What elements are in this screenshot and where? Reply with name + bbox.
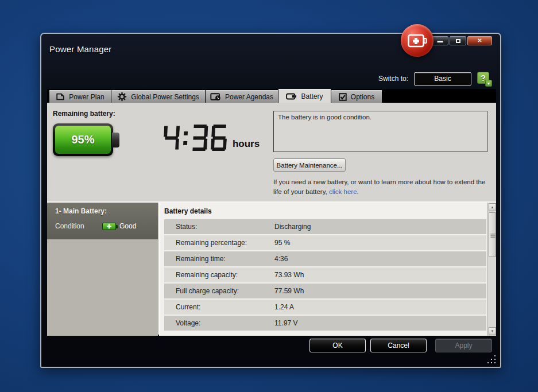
detail-label: Remaining time: [164,255,274,263]
table-row: Status: Discharging [164,219,486,234]
battery-percentage: 95% [71,133,94,146]
battery-tab-content: Remaining battery: 95% hours The battery… [47,103,496,335]
switch-row: Switch to: Basic ? ▼ [378,72,491,86]
battery-gauge-fill: 95% [55,126,111,154]
detail-label: Remaining percentage: [164,239,274,247]
switch-to-basic-button[interactable]: Basic [414,72,471,86]
table-row: Current: 1.24 A [164,300,486,315]
battery-condition-icon: ✚ [102,223,116,230]
help-menu-button[interactable]: ? ▼ [477,72,491,86]
power-manager-window: Power Manager ▬ ✕ Switch to: Basic ? ▼ [40,33,501,368]
gear-icon [117,92,127,102]
battery-details-panel: Battery details Status: Discharging Rema… [159,203,496,336]
battery-details-title: Battery details [160,203,496,219]
detail-label: Status: [164,223,274,231]
click-here-link[interactable]: click here [329,188,357,195]
main-battery-title: 1- Main Battery: [55,207,151,215]
detail-label: Voltage: [164,319,274,327]
battery-details-table: Status: Discharging Remaining percentage… [160,219,496,331]
time-unit-label: hours [233,138,260,151]
detail-value: 77.59 Wh [274,287,304,295]
remaining-time-display: hours [164,125,260,151]
detail-value: 95 % [274,239,290,247]
tab-label: Battery [301,92,323,100]
battery-info-text: If you need a new battery, or want to le… [273,177,494,196]
tab-options[interactable]: Options [331,90,382,103]
table-row: Remaining capacity: 73.93 Wh [164,267,486,282]
window-title: Power Manager [49,44,112,54]
agenda-clock-icon [210,92,221,101]
info-text-after: . [357,188,359,195]
detail-value: 11.97 V [274,319,297,327]
tab-bar: Power Plan Global Power Settings [47,89,496,103]
detail-label: Current: [164,303,274,311]
detail-label: Full charge capacity: [164,287,274,295]
condition-label: Condition [55,222,96,230]
detail-value: 4:36 [274,255,288,263]
detail-value: 1.24 A [274,303,294,311]
condition-row: Condition ✚ Good [55,222,151,230]
tab-power-agendas[interactable]: Power Agendas [206,90,278,103]
tab-power-plan[interactable]: Power Plan [49,90,111,103]
battery-maintenance-button[interactable]: Battery Maintenance... [273,158,346,172]
seven-segment-time [163,125,227,151]
battery-icon [286,93,297,100]
table-row: Voltage: 11.97 V [164,316,486,331]
battery-condition-box: The battery is in good condition. [273,111,487,152]
table-row: Remaining percentage: 95 % [164,235,486,250]
tab-label: Options [351,93,374,101]
table-row: Full charge capacity: 77.59 Wh [164,284,486,298]
main-battery-panel: 1- Main Battery: Condition ✚ Good [47,203,158,336]
desktop-background: Power Manager ▬ ✕ Switch to: Basic ? ▼ [0,0,538,392]
detail-label: Remaining capacity: [164,271,274,279]
scroll-down-icon[interactable]: ▼ [489,327,496,335]
detail-value: Discharging [274,223,311,231]
switch-to-label: Switch to: [378,75,408,83]
tab-battery[interactable]: Battery [278,89,331,103]
info-text-before: If you need a new battery, or want to le… [273,178,485,195]
scrollbar-thumb[interactable] [489,212,496,257]
remaining-battery-label: Remaining battery: [53,110,115,118]
tab-global-power-settings[interactable]: Global Power Settings [111,90,205,103]
document-icon [56,92,65,101]
vertical-scrollbar[interactable]: ▲ ▼ [487,203,496,336]
window-controls: ▬ ✕ [432,36,492,45]
maximize-icon [456,39,460,43]
tab-label: Power Agendas [225,93,273,101]
resize-grip[interactable] [487,355,496,363]
battery-terminal [112,133,119,148]
apply-button: Apply [435,339,492,352]
maximize-button[interactable] [450,36,466,45]
condition-value: Good [119,222,136,230]
lower-split-panel: 1- Main Battery: Condition ✚ Good Batter… [47,201,496,335]
close-button[interactable]: ✕ [467,36,492,45]
battery-gauge: 95% [53,123,113,156]
tab-label: Global Power Settings [131,93,199,101]
minimize-button[interactable]: ▬ [432,36,448,45]
chevron-down-icon: ▼ [485,80,492,87]
checkbox-icon [339,93,347,101]
table-row: Remaining time: 4:36 [164,251,486,266]
detail-value: 73.93 Wh [274,271,304,279]
power-manager-logo-icon [401,24,434,57]
ok-button[interactable]: OK [309,339,366,352]
main-battery-header: 1- Main Battery: Condition ✚ Good [47,203,158,239]
tab-label: Power Plan [69,93,104,101]
cancel-button[interactable]: Cancel [370,339,427,352]
scroll-up-icon[interactable]: ▲ [489,203,496,211]
